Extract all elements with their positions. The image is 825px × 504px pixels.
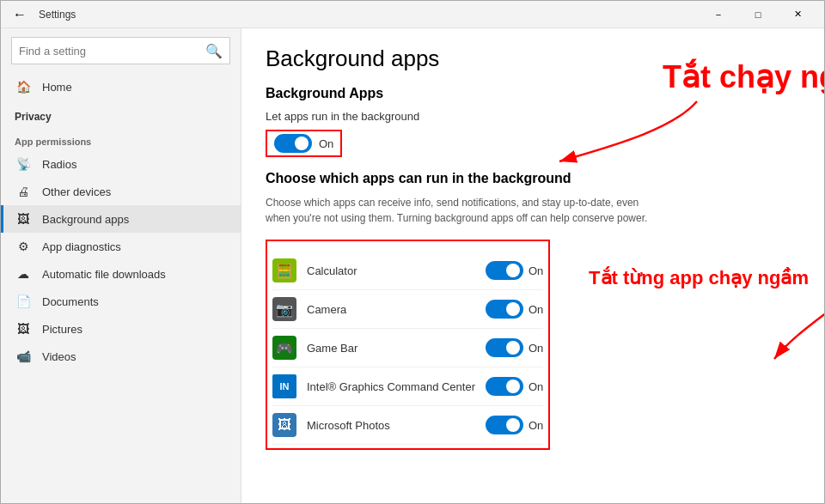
app-row-intel: IN Intel® Graphics Command Center On [272,367,543,406]
sidebar-privacy-label: Privacy [1,100,241,128]
app-row-camera: 📷 Camera On [272,290,543,329]
main-toggle-label: On [319,137,333,150]
background-apps-icon: 🖼 [15,212,32,226]
gamebar-toggle[interactable] [486,338,523,357]
sidebar: 🔍 🏠 Home Privacy App permissions 📡 Radio… [1,28,241,503]
apps-red-border-box: 🧮 Calculator On 📷 Camera [266,240,550,450]
titlebar: ← Settings − □ ✕ [1,1,824,28]
camera-icon: 📷 [272,297,296,321]
calculator-icon: 🧮 [272,258,296,282]
main-toggle-row: On [266,130,800,157]
radios-icon: 📡 [15,157,32,171]
pictures-icon: 🖼 [15,322,32,336]
search-icon: 🔍 [205,43,223,59]
sidebar-item-home[interactable]: 🏠 Home [1,73,241,100]
home-icon: 🏠 [15,80,32,94]
camera-toggle-row: On [486,300,543,319]
sidebar-item-pictures[interactable]: 🖼 Pictures [1,315,241,343]
camera-toggle-label: On [529,303,543,316]
gamebar-icon: 🎮 [272,336,296,360]
back-button[interactable]: ← [8,3,32,27]
calculator-toggle[interactable] [486,261,523,280]
other-devices-icon: 🖨 [15,185,32,198]
sidebar-item-documents[interactable]: 📄 Documents [1,288,241,315]
window-title: Settings [39,9,76,21]
intel-toggle[interactable] [486,377,523,396]
annotation-sub: Tắt từng app chạy ngầm [589,267,809,289]
maximize-button[interactable]: □ [738,1,778,28]
intel-toggle-label: On [529,380,543,393]
videos-icon: 📹 [15,349,32,363]
app-row-calculator: 🧮 Calculator On [272,252,543,290]
app-permissions-label: App permissions [1,128,241,150]
sidebar-item-videos[interactable]: 📹 Videos [1,343,241,370]
photos-toggle-row: On [486,416,543,434]
app-row-gamebar: 🎮 Game Bar On [272,329,543,367]
close-button[interactable]: ✕ [778,1,817,28]
sidebar-item-background-apps[interactable]: 🖼 Background apps [1,205,241,233]
sidebar-item-radios[interactable]: 📡 Radios [1,150,241,178]
search-box[interactable]: 🔍 [11,37,230,64]
photos-toggle[interactable] [486,416,523,434]
annotation-main: Tắt chạy ngầm [663,59,824,95]
app-row-photos: 🖼 Microsoft Photos On [272,406,543,445]
main-content: Tắt chạy ngầm Background apps Background… [241,28,824,503]
main-toggle[interactable] [274,134,312,153]
calculator-toggle-label: On [529,264,543,277]
intel-toggle-row: On [486,377,543,396]
app-name-intel: Intel® Graphics Command Center [307,380,475,393]
apps-list: 🧮 Calculator On 📷 Camera [272,252,543,445]
sidebar-item-automatic-file-downloads[interactable]: ☁ Automatic file downloads [1,260,241,288]
minimize-button[interactable]: − [699,1,738,28]
search-input[interactable] [19,45,205,58]
app-name-gamebar: Game Bar [307,342,475,355]
intel-icon: IN [272,374,296,398]
documents-icon: 📄 [15,295,32,308]
content-area: 🔍 🏠 Home Privacy App permissions 📡 Radio… [1,28,824,503]
photos-icon: 🖼 [272,413,296,437]
auto-download-icon: ☁ [15,267,32,281]
app-name-calculator: Calculator [307,264,475,277]
app-diagnostics-icon: ⚙ [15,240,32,253]
settings-window: ← Settings − □ ✕ 🔍 🏠 Home Privacy App pe… [0,0,825,504]
setting-label: Let apps run in the background [266,110,800,123]
camera-toggle[interactable] [486,300,523,319]
app-name-photos: Microsoft Photos [307,419,475,432]
background-apps-description: Choose which apps can receive info, send… [266,195,661,226]
apps-list-container: 🧮 Calculator On 📷 Camera [266,240,550,450]
gamebar-toggle-label: On [529,342,543,355]
calculator-toggle-row: On [486,261,543,280]
sidebar-item-app-diagnostics[interactable]: ⚙ App diagnostics [1,233,241,260]
main-toggle-box: On [266,130,342,157]
app-name-camera: Camera [307,303,475,316]
gamebar-toggle-row: On [486,338,543,357]
section2-title: Choose which apps can run in the backgro… [266,171,800,186]
sidebar-item-other-devices[interactable]: 🖨 Other devices [1,178,241,205]
photos-toggle-label: On [529,419,543,432]
sidebar-home-label: Home [42,81,72,94]
